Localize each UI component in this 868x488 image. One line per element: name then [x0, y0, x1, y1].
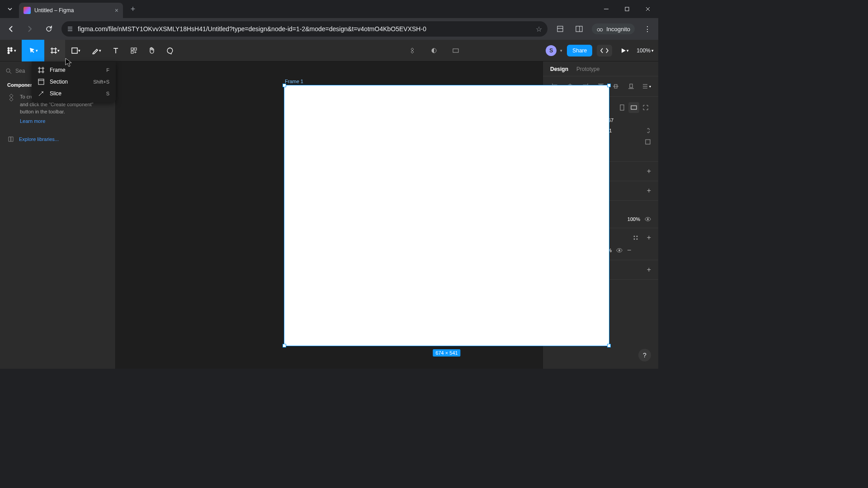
dropdown-shortcut: Shift+S: [93, 79, 109, 84]
resize-fit-button[interactable]: [640, 102, 651, 113]
move-tool-button[interactable]: ▾: [22, 40, 44, 61]
svg-point-47: [636, 239, 637, 240]
dropdown-item-frame[interactable]: Frame F: [32, 64, 116, 76]
figma-favicon: [24, 7, 31, 14]
svg-line-20: [9, 72, 11, 74]
figma-logo-icon: [6, 47, 14, 55]
dropdown-item-slice[interactable]: Slice S: [32, 88, 116, 99]
hand-tool-button[interactable]: [143, 40, 161, 61]
pen-tool-button[interactable]: ▾: [86, 40, 107, 61]
resize-handle[interactable]: [607, 344, 611, 347]
search-icon[interactable]: [5, 68, 12, 74]
frame-1[interactable]: 674 × 541: [284, 85, 609, 346]
dev-handoff-icon[interactable]: [449, 40, 462, 61]
learn-more-link[interactable]: Learn more: [20, 117, 108, 125]
resize-handle[interactable]: [607, 84, 611, 87]
maximize-button[interactable]: [617, 0, 637, 18]
chevron-down-icon: ▾: [627, 48, 629, 53]
align-vcenter-icon[interactable]: [609, 81, 622, 92]
user-avatar[interactable]: S: [546, 45, 557, 56]
fill-styles-icon[interactable]: [632, 235, 639, 241]
add-fill-button[interactable]: +: [647, 234, 651, 242]
mask-icon[interactable]: [428, 40, 440, 61]
svg-point-44: [633, 236, 635, 237]
svg-rect-39: [631, 106, 637, 109]
frame-icon: [38, 67, 44, 73]
incognito-label: Incognito: [606, 26, 630, 33]
portrait-button[interactable]: [617, 102, 627, 113]
window-controls: [596, 0, 658, 18]
side-panel-icon[interactable]: [573, 23, 585, 35]
help-button[interactable]: ?: [638, 349, 651, 361]
search-input[interactable]: Sea: [15, 68, 25, 74]
layer-opacity-input[interactable]: [622, 216, 640, 222]
zoom-control[interactable]: 100% ▾: [637, 47, 654, 54]
zoom-value: 100%: [637, 47, 651, 54]
svg-rect-1: [625, 7, 629, 11]
tab-prototype[interactable]: Prototype: [576, 66, 599, 72]
extensions-icon[interactable]: [554, 23, 566, 35]
main-menu-button[interactable]: ▾: [0, 40, 22, 61]
play-icon: [620, 47, 627, 54]
link-dimensions-icon[interactable]: [646, 127, 651, 134]
svg-point-19: [6, 69, 10, 72]
resize-handle[interactable]: [283, 84, 286, 87]
svg-rect-38: [620, 105, 624, 110]
cursor-icon: [28, 47, 36, 54]
close-window-button[interactable]: [637, 0, 658, 18]
shape-tool-button[interactable]: ▾: [65, 40, 86, 61]
align-bottom-icon[interactable]: [625, 81, 637, 92]
share-button[interactable]: Share: [567, 45, 592, 56]
tab-design[interactable]: Design: [550, 66, 568, 72]
landscape-button[interactable]: [628, 102, 639, 113]
minimize-button[interactable]: [596, 0, 617, 18]
independent-corners-icon[interactable]: [645, 139, 651, 145]
chevron-down-icon[interactable]: ▾: [560, 48, 562, 53]
explore-libraries-link[interactable]: Explore libraries...: [19, 136, 59, 142]
svg-rect-34: [630, 84, 632, 88]
site-settings-icon[interactable]: [67, 26, 73, 32]
browser-tab[interactable]: Untitled – Figma ×: [19, 3, 123, 18]
frame-tool-button[interactable]: ▾: [44, 40, 65, 61]
svg-rect-40: [646, 140, 650, 144]
svg-rect-21: [38, 79, 44, 84]
distribute-icon[interactable]: ▾: [640, 81, 653, 92]
resize-handle[interactable]: [283, 344, 286, 347]
comment-tool-button[interactable]: [161, 40, 179, 61]
comment-icon: [166, 47, 174, 54]
visibility-icon[interactable]: [616, 247, 623, 253]
section-icon: [38, 79, 44, 85]
forward-button[interactable]: [24, 23, 36, 35]
incognito-badge[interactable]: Incognito: [592, 23, 635, 34]
bookmark-icon[interactable]: ☆: [536, 25, 542, 33]
svg-point-45: [636, 236, 637, 237]
present-button[interactable]: ▾: [617, 40, 632, 61]
tab-search-dropdown[interactable]: [4, 3, 16, 15]
add-layout-grid-button[interactable]: +: [647, 187, 651, 195]
back-button[interactable]: [5, 23, 17, 35]
text-tool-button[interactable]: [107, 40, 125, 61]
url-field[interactable]: figma.com/file/nMSTY1OKvvXSMLY18HsH41/Un…: [61, 21, 547, 37]
svg-rect-2: [557, 26, 563, 32]
frame-name-label[interactable]: Frame 1: [285, 79, 303, 84]
add-auto-layout-button[interactable]: +: [647, 167, 651, 175]
dev-mode-button[interactable]: [597, 45, 612, 56]
add-stroke-button[interactable]: +: [647, 266, 651, 274]
close-tab-icon[interactable]: ×: [115, 7, 118, 14]
reload-button[interactable]: [42, 23, 55, 35]
chrome-menu-icon[interactable]: ⋮: [641, 23, 654, 35]
resources-button[interactable]: [125, 40, 143, 61]
new-tab-button[interactable]: +: [127, 3, 139, 15]
address-bar: figma.com/file/nMSTY1OKvvXSMLY18HsH41/Un…: [0, 18, 658, 40]
pen-icon: [92, 47, 99, 54]
component-icon[interactable]: [406, 40, 419, 61]
canvas[interactable]: Frame 1 674 × 541: [116, 61, 542, 369]
chevron-down-icon: ▾: [36, 48, 38, 53]
visibility-icon[interactable]: [645, 216, 651, 222]
book-icon: [7, 136, 14, 143]
remove-fill-button[interactable]: −: [627, 246, 631, 254]
dropdown-item-section[interactable]: Section Shift+S: [32, 76, 116, 88]
svg-rect-15: [134, 48, 137, 50]
svg-point-10: [7, 49, 9, 52]
figma-toolbar: ▾ ▾ ▾ ▾ ▾: [0, 40, 658, 61]
